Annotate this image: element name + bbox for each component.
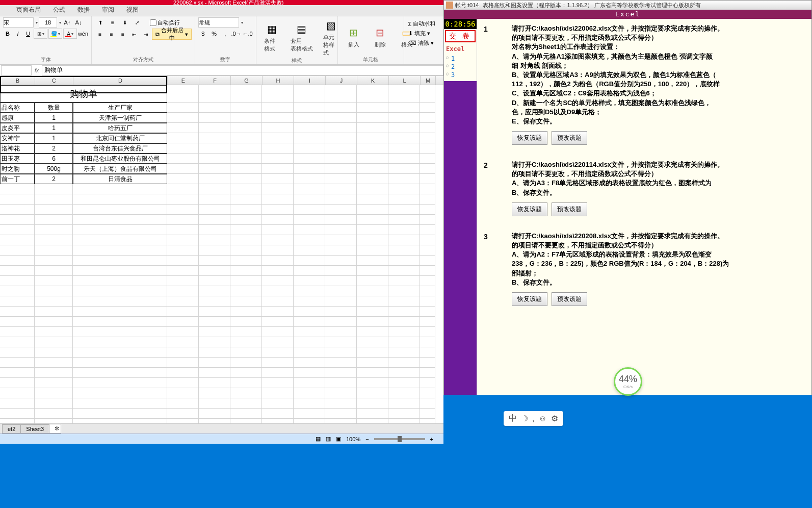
cell[interactable] (0, 337, 35, 347)
cell[interactable]: 和田昆仑山枣业股份有限公司 (73, 154, 167, 164)
cell[interactable] (199, 419, 230, 423)
cell[interactable] (262, 215, 294, 225)
cell[interactable] (388, 215, 420, 225)
cell[interactable]: 前一丁 (0, 174, 35, 184)
cell[interactable] (357, 225, 388, 235)
cell[interactable] (230, 388, 262, 398)
cell[interactable] (35, 184, 73, 194)
cell[interactable] (325, 113, 357, 123)
ribbon-tab-formula[interactable]: 公式 (47, 4, 71, 16)
formula-input[interactable] (42, 65, 443, 75)
cell[interactable] (420, 205, 435, 215)
cell[interactable] (357, 388, 388, 398)
cell[interactable] (325, 256, 357, 266)
cell[interactable] (35, 256, 73, 266)
cell[interactable] (325, 154, 357, 164)
cell[interactable] (230, 296, 262, 307)
column-header[interactable]: F (199, 76, 231, 85)
cell[interactable] (73, 419, 167, 423)
cell[interactable] (230, 276, 262, 286)
cell[interactable] (199, 368, 230, 378)
cell[interactable] (388, 378, 420, 388)
font-size-combo[interactable] (39, 17, 57, 28)
cell[interactable] (73, 286, 167, 296)
cell[interactable] (294, 368, 325, 378)
cell[interactable] (420, 235, 435, 245)
cell[interactable] (325, 296, 357, 307)
cell[interactable] (420, 245, 435, 256)
cell[interactable] (167, 409, 199, 419)
cell[interactable] (388, 358, 420, 368)
ribbon-tab-view[interactable]: 视图 (120, 4, 145, 16)
cell[interactable] (0, 317, 35, 327)
cell[interactable] (199, 85, 230, 103)
fill-button[interactable]: ⬇填充 ▾ (407, 29, 440, 38)
cell[interactable] (167, 337, 199, 347)
cell[interactable] (35, 347, 73, 358)
cell[interactable] (167, 327, 199, 337)
cell[interactable] (230, 184, 262, 194)
cell[interactable] (388, 123, 420, 133)
sidebar-item-q1[interactable]: 1 (444, 55, 477, 63)
cell[interactable] (420, 368, 435, 378)
cell[interactable] (388, 307, 420, 317)
cell[interactable] (230, 225, 262, 235)
cell[interactable] (420, 184, 435, 194)
preview-answer-button[interactable]: 预改该题 (552, 131, 587, 145)
cell[interactable] (167, 419, 199, 423)
cell[interactable] (357, 368, 388, 378)
cell[interactable] (325, 205, 357, 215)
percent-button[interactable]: % (209, 29, 219, 39)
cell[interactable] (0, 378, 35, 388)
cell[interactable]: 6 (35, 154, 73, 164)
cell[interactable] (35, 205, 73, 215)
cell[interactable] (420, 307, 435, 317)
cell[interactable] (73, 184, 167, 194)
font-name-combo[interactable] (3, 17, 34, 28)
wrap-text-toggle[interactable]: 自动换行 (150, 19, 180, 27)
cell[interactable]: 购物单 (0, 85, 167, 103)
cell[interactable] (262, 194, 294, 205)
cell[interactable] (73, 368, 167, 378)
cell[interactable] (230, 378, 262, 388)
cell[interactable] (73, 225, 167, 235)
cell[interactable] (420, 409, 435, 419)
cell[interactable]: 品名称 (0, 103, 35, 113)
cell[interactable] (230, 337, 262, 347)
cell[interactable] (357, 215, 388, 225)
align-middle-button[interactable]: ≡ (107, 17, 118, 28)
ribbon-tab-review[interactable]: 审阅 (96, 4, 120, 16)
decrease-font-button[interactable]: A↓ (73, 17, 84, 28)
column-header[interactable]: B (1, 76, 35, 85)
cell[interactable] (357, 378, 388, 388)
cell[interactable] (325, 419, 357, 423)
cell[interactable] (294, 133, 325, 143)
cell[interactable] (167, 103, 199, 113)
cell[interactable] (325, 378, 357, 388)
cell[interactable] (262, 205, 294, 215)
cell[interactable] (388, 245, 420, 256)
cell[interactable] (357, 133, 388, 143)
cell[interactable] (73, 194, 167, 205)
cell[interactable] (357, 113, 388, 123)
view-layout-icon[interactable]: ▥ (326, 436, 331, 442)
cell[interactable] (230, 205, 262, 215)
cell[interactable]: 500g (35, 164, 73, 174)
cell[interactable]: 1 (35, 113, 73, 123)
preview-answer-button[interactable]: 预改该题 (552, 202, 587, 216)
cell[interactable] (325, 337, 357, 347)
cell[interactable] (357, 245, 388, 256)
cell[interactable] (35, 215, 73, 225)
cell[interactable] (199, 194, 230, 205)
cell[interactable] (420, 296, 435, 307)
cell[interactable] (35, 307, 73, 317)
decrease-decimal-button[interactable]: ←.0 (243, 29, 253, 39)
cell[interactable] (199, 378, 230, 388)
cell[interactable] (0, 266, 35, 276)
cell[interactable] (388, 419, 420, 423)
column-header[interactable]: M (421, 76, 436, 85)
cell[interactable] (199, 286, 230, 296)
cell[interactable] (294, 174, 325, 184)
restore-question-button[interactable]: 恢复该题 (512, 202, 547, 216)
cell[interactable] (325, 174, 357, 184)
